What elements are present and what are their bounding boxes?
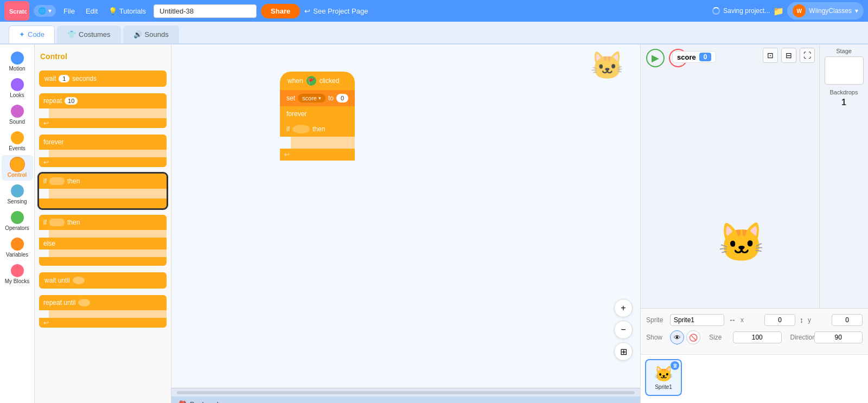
size-input[interactable] <box>733 331 782 343</box>
condition2-slot <box>49 219 65 226</box>
motion-dot <box>11 52 24 65</box>
stage-backdrop-thumb[interactable] <box>825 56 864 85</box>
wait-until-label: wait until <box>44 277 70 284</box>
forever-script-label: forever <box>286 110 307 118</box>
horizontal-scrollbar-track[interactable] <box>177 391 635 394</box>
block-wait-until[interactable]: wait until <box>39 272 167 289</box>
unmaximize-button[interactable]: ⊡ <box>763 48 778 63</box>
file-menu[interactable]: File <box>60 5 78 17</box>
score-label: score <box>677 53 696 61</box>
block-if-then[interactable]: if then <box>39 174 167 208</box>
fit-button[interactable]: ⊞ <box>614 342 633 361</box>
stage-panel-label: Stage <box>836 48 852 54</box>
sidebar-item-label: Operators <box>5 225 29 231</box>
maximize-button[interactable]: ⊟ <box>781 48 796 63</box>
see-project-icon: ↩ <box>304 7 310 15</box>
backpack-label: Backpack <box>190 400 220 404</box>
folder-icon[interactable]: 📁 <box>773 6 784 16</box>
sidebar-item-sensing[interactable]: Sensing <box>2 182 33 207</box>
block-if-then-else[interactable]: if then else <box>39 215 167 266</box>
stage-preview: ▶ ■ score 0 ⊡ ⊟ ⛶ 🐱 <box>641 44 819 308</box>
project-title-input[interactable] <box>154 4 257 18</box>
sensing-dot <box>11 184 24 197</box>
main-layout: Motion Looks Sound Events Control Sensin… <box>0 44 868 403</box>
code-tab-icon: ✦ <box>19 30 25 39</box>
wait-until-slot <box>73 277 85 284</box>
user-button[interactable]: W WiingyClasses ▾ <box>787 2 864 20</box>
fullscreen-button[interactable]: ⛶ <box>800 48 815 63</box>
svg-text:Scratch: Scratch <box>9 8 27 15</box>
tab-sounds[interactable]: 🔊 Sounds <box>123 25 179 43</box>
block-forever[interactable]: forever ↩ <box>39 135 167 167</box>
canvas-scrollbar[interactable] <box>171 388 640 396</box>
scratch-logo[interactable]: Scratch <box>4 1 29 21</box>
sidebar-item-myblocks[interactable]: My Blocks <box>2 261 33 287</box>
score-var[interactable]: score ▾ <box>298 94 326 103</box>
sidebar-item-sound[interactable]: Sound <box>2 102 33 127</box>
show-hidden-button[interactable]: 🚫 <box>686 330 700 344</box>
x-input[interactable] <box>764 314 795 326</box>
block-repeat-until[interactable]: repeat until ↩ <box>39 295 167 328</box>
backpack-bar[interactable]: 🎒 Backpack <box>171 396 640 403</box>
sprite-delete-button[interactable]: 🗑 <box>671 361 679 370</box>
canvas-area: 🐱 when 🚩 clicked set score ▾ to 0 <box>171 44 640 403</box>
forever-end-arrow: ↩ <box>284 151 290 158</box>
avatar: W <box>793 4 806 17</box>
play-button[interactable]: ▶ <box>646 49 665 67</box>
sprite-name-label: Sprite <box>646 316 666 324</box>
block-repeat[interactable]: repeat 10 ↩ <box>39 93 167 128</box>
play-icon: ▶ <box>652 52 659 64</box>
sidebar-item-variables[interactable]: Variables <box>2 235 33 260</box>
sidebar-item-motion[interactable]: Motion <box>2 49 33 74</box>
code-tab-label: Code <box>28 30 44 39</box>
looks-dot <box>11 78 24 91</box>
sidebar-item-operators[interactable]: Operators <box>2 208 33 234</box>
share-button[interactable]: Share <box>261 4 300 18</box>
sprite-list-item[interactable]: 🗑 🐱 Sprite1 <box>645 359 682 396</box>
sprite-props-row: Show 👁 🚫 Size Direction <box>646 330 863 344</box>
sidebar-item-events[interactable]: Events <box>2 129 33 154</box>
condition-slot <box>49 177 65 185</box>
sidebar-item-looks[interactable]: Looks <box>2 75 33 101</box>
right-panel: ▶ ■ score 0 ⊡ ⊟ ⛶ 🐱 <box>640 44 868 403</box>
tutorials-button[interactable]: 💡 Tutorials <box>105 5 149 17</box>
zoom-out-button[interactable]: − <box>614 321 633 339</box>
sidebar-item-label: Sound <box>9 119 25 125</box>
sidebar-item-label: Motion <box>9 66 25 72</box>
repeat-input[interactable]: 10 <box>65 97 78 105</box>
costumes-tab-icon: 👕 <box>67 30 76 39</box>
repeat-until-label: repeat until <box>43 299 75 306</box>
sidebar-item-label: Variables <box>6 252 28 258</box>
sound-dot <box>11 105 24 118</box>
sidebar-item-label: Looks <box>10 92 24 98</box>
operators-dot <box>11 211 24 224</box>
edit-menu[interactable]: Edit <box>82 5 101 17</box>
category-sidebar: Motion Looks Sound Events Control Sensin… <box>0 44 35 403</box>
tab-costumes[interactable]: 👕 Costumes <box>57 25 121 43</box>
globe-button[interactable]: 🌐 ▾ <box>34 5 56 17</box>
else-label: else <box>43 240 55 247</box>
wait-input[interactable]: 1 <box>59 75 69 82</box>
costumes-tab-label: Costumes <box>79 30 111 39</box>
sidebar-item-control[interactable]: Control <box>2 155 33 181</box>
sprite-name-input[interactable] <box>670 314 724 326</box>
score-value-input[interactable]: 0 <box>336 94 348 103</box>
sprite-controls: Sprite ↔ x ↕ y Show 👁 🚫 Size Direction <box>641 308 868 354</box>
zoom-in-button[interactable]: + <box>614 299 633 317</box>
script-group[interactable]: when 🚩 clicked set score ▾ to 0 forever <box>280 72 355 161</box>
direction-input[interactable] <box>814 331 863 343</box>
scratch-canvas[interactable]: 🐱 when 🚩 clicked set score ▾ to 0 <box>171 44 640 388</box>
show-visible-button[interactable]: 👁 <box>670 330 684 344</box>
events-dot <box>11 131 24 144</box>
y-input[interactable] <box>832 314 863 326</box>
show-icons: 👁 🚫 <box>670 330 700 344</box>
block-wait[interactable]: wait 1 seconds <box>39 71 167 87</box>
forever-cap-arrow: ↩ <box>43 158 49 166</box>
sprite-thumb-image: 🐱 <box>654 365 673 383</box>
see-project-button[interactable]: ↩ See Project Page <box>304 7 368 15</box>
backdrop-count: 1 <box>841 98 846 107</box>
y-coord-icon: ↕ <box>800 316 803 324</box>
tab-code[interactable]: ✦ Code <box>9 25 55 43</box>
repeat-until-slot <box>78 299 90 306</box>
if-script-label: if <box>286 125 290 133</box>
